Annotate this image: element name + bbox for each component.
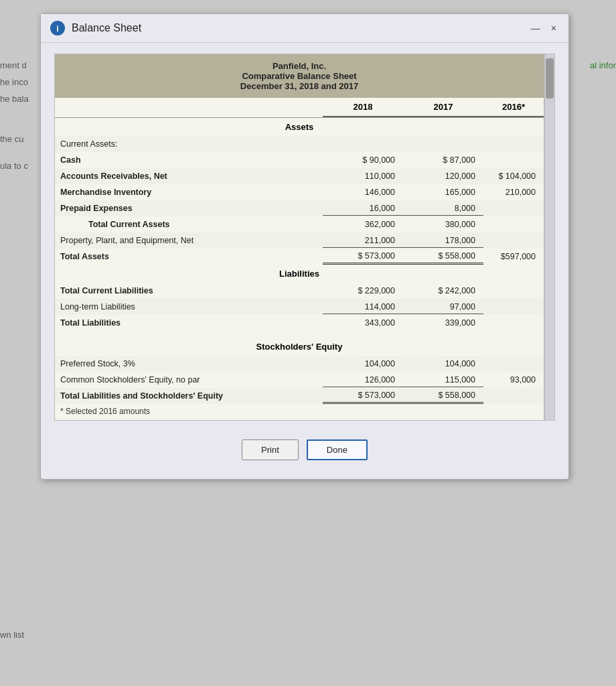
scrollbar-thumb[interactable] [546,58,554,98]
column-headers: 2018 2017 2016* [55,98,544,118]
ppe-2018: 211,000 [323,234,403,248]
row-cash: Cash $ 90,000 $ 87,000 [55,152,544,168]
col-2018: 2018 [323,98,403,117]
modal-content: Panfield, Inc. Comparative Balance Sheet… [41,43,568,479]
prepaid-2017: 8,000 [403,202,483,216]
col-label [55,98,323,117]
bg-text-3: he bala [0,94,29,104]
ta-2016: $597,000 [483,250,544,263]
ta-2018: $ 573,000 [323,249,403,265]
row-tcl: Total Current Liabilities $ 229,000 $ 24… [55,283,544,299]
row-prepaid-expenses: Prepaid Expenses 16,000 8,000 [55,200,544,216]
ppe-label: Property, Plant, and Equipment, Net [55,234,323,247]
ltl-2018: 114,000 [323,300,403,314]
ps-label: Preferred Stock, 3% [55,357,323,370]
company-name: Panfield, Inc. [60,61,538,71]
row-preferred-stock: Preferred Stock, 3% 104,000 104,000 [55,356,544,372]
info-icon: i [50,21,65,36]
row-merchandise-inventory: Merchandise Inventory 146,000 165,000 21… [55,184,544,200]
tl-label: Total Liabilities [55,316,323,330]
sub-header-current-assets: Current Assets: [55,136,544,152]
spacer-1 [55,331,544,338]
ltl-label: Long-term Liabilities [55,300,323,314]
equity-header: Stockholders' Equity [55,338,544,356]
done-button[interactable]: Done [307,439,368,460]
tca-label: Total Current Assets [55,218,323,231]
row-total-current-assets: Total Current Assets 362,000 380,000 [55,216,544,232]
row-tlse: Total Liabilities and Stockholders' Equi… [55,388,544,404]
bg-text-5: ula to c [0,161,28,171]
row-ppe: Property, Plant, and Equipment, Net 211,… [55,232,544,249]
scrollbar[interactable] [544,54,555,421]
footnote: * Selected 2016 amounts [55,404,544,420]
tl-2018: 343,000 [323,316,403,330]
merch-2016: 210,000 [483,186,544,199]
ar-label: Accounts Receivables, Net [55,169,323,183]
minimize-button[interactable]: — [528,21,543,35]
tcl-label: Total Current Liabilities [55,284,323,297]
col-2017: 2017 [403,98,483,117]
print-button[interactable]: Print [242,439,299,460]
row-accounts-receivable: Accounts Receivables, Net 110,000 120,00… [55,168,544,184]
section-liabilities: Liabilities [55,265,544,283]
modal-footer: Print Done [54,431,555,466]
row-cse: Common Stockholders' Equity, no par 126,… [55,372,544,388]
bg-text-6: wn list [0,630,24,640]
tlse-label: Total Liabilities and Stockholders' Equi… [55,389,323,403]
bg-text-1: ment d [0,60,27,70]
current-assets-label: Current Assets: [55,137,323,151]
bg-text-2: he inco [0,77,28,87]
merch-label: Merchandise Inventory [55,186,323,199]
col-2016: 2016* [483,98,544,117]
ta-label: Total Assets [55,250,323,263]
tcl-2017: $ 242,000 [403,284,483,297]
cse-2017: 115,000 [403,373,483,387]
modal-title: Balance Sheet [72,22,522,34]
ar-2018: 110,000 [323,169,403,183]
balance-sheet-modal: i Balance Sheet — × Panfield, Inc. Compa… [40,13,569,480]
cash-2016 [483,158,544,162]
tl-2017: 339,000 [403,316,483,330]
cash-label: Cash [55,153,323,167]
ltl-2017: 97,000 [403,300,483,314]
close-button[interactable]: × [548,21,559,35]
cse-label: Common Stockholders' Equity, no par [55,373,323,387]
bg-text-green-1: al infor [590,60,616,70]
ar-2017: 120,000 [403,169,483,183]
section-equity: Stockholders' Equity [55,338,544,356]
row-ltl: Long-term Liabilities 114,000 97,000 [55,299,544,315]
bs-header: Panfield, Inc. Comparative Balance Sheet… [55,54,544,98]
section-assets: Assets [55,118,544,136]
ta-2017: $ 558,000 [403,249,483,265]
ps-2017: 104,000 [403,357,483,370]
ppe-2017: 178,000 [403,234,483,248]
merch-2018: 146,000 [323,186,403,199]
cse-2018: 126,000 [323,373,403,387]
modal-titlebar: i Balance Sheet — × [41,14,568,43]
tlse-2018: $ 573,000 [323,389,403,404]
cash-2018: $ 90,000 [323,153,403,167]
cse-2016: 93,000 [483,373,544,387]
merch-2017: 165,000 [403,186,483,199]
tca-2017: 380,000 [403,218,483,231]
modal-controls: — × [528,21,559,35]
row-total-assets: Total Assets $ 573,000 $ 558,000 $597,00… [55,249,544,265]
ar-2016: $ 104,000 [483,169,544,183]
tcl-2018: $ 229,000 [323,284,403,297]
balance-sheet-table: Panfield, Inc. Comparative Balance Sheet… [54,54,544,421]
modal-body: Panfield, Inc. Comparative Balance Sheet… [54,54,555,421]
row-total-liabilities: Total Liabilities 343,000 339,000 [55,315,544,331]
assets-header: Assets [55,118,544,136]
bg-text-4: the cu [0,134,23,144]
liabilities-header: Liabilities [55,265,544,283]
prepaid-2018: 16,000 [323,202,403,216]
prepaid-label: Prepaid Expenses [55,202,323,215]
scroll-area: Panfield, Inc. Comparative Balance Sheet… [54,54,544,421]
sheet-subtitle: Comparative Balance Sheet [60,71,538,81]
ps-2018: 104,000 [323,357,403,370]
sheet-date: December 31, 2018 and 2017 [60,81,538,91]
tca-2018: 362,000 [323,218,403,231]
cash-2017: $ 87,000 [403,153,483,167]
tlse-2017: $ 558,000 [403,389,483,404]
